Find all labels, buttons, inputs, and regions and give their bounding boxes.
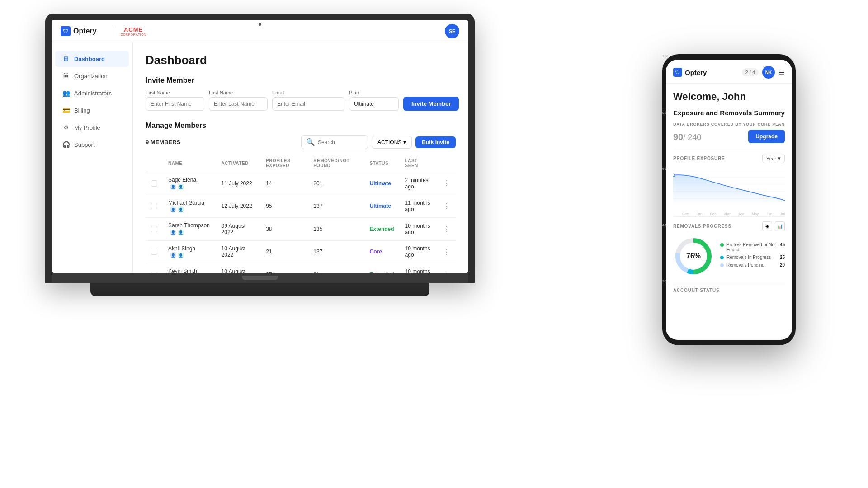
row-more[interactable]: ⋮: [438, 240, 456, 263]
row-removed: 135: [308, 218, 364, 241]
plan-select[interactable]: Ultimate Extended Core: [349, 97, 399, 111]
laptop-notch: [242, 276, 278, 280]
laptop-camera: [259, 23, 261, 26]
laptop-stand: [90, 283, 429, 296]
invite-section: Invite Member First Name Last Name: [146, 76, 456, 111]
x-label-dec: Dec: [682, 212, 689, 216]
col-name: NAME: [163, 155, 216, 172]
laptop-base: [52, 273, 468, 283]
row-checkbox[interactable]: [146, 195, 163, 218]
actions-label: ACTIONS: [377, 139, 401, 145]
phone-avatar[interactable]: NK: [762, 66, 775, 79]
row-removed: 91: [308, 263, 364, 273]
row-name: Akhil Singh 👤👤: [163, 240, 216, 263]
brokers-label: DATA BROKERS COVERED BY YOUR CORE PLAN: [673, 122, 785, 127]
sidebar: ⊞ Dashboard 🏛 Organization 👥 Administrat…: [52, 42, 133, 273]
user-icon-2: 👤: [178, 252, 184, 258]
chart-section: PROFILE EXPOSURE Year ▾ 100 80 60 40 20: [673, 154, 785, 209]
y-label-40: 40: [666, 223, 668, 227]
row-more[interactable]: ⋮: [438, 195, 456, 218]
menu-icon[interactable]: ☰: [778, 68, 785, 77]
chevron-down-icon: ▾: [778, 155, 781, 161]
first-name-group: First Name: [146, 90, 204, 111]
profile-icon: ⚙: [62, 124, 70, 131]
phone-content: Welcome, John Exposure and Removals Summ…: [666, 84, 792, 339]
members-table: NAME ACTIVATED PROFILES EXPOSED REMOVED/…: [146, 155, 456, 273]
year-select[interactable]: Year ▾: [762, 154, 785, 163]
row-checkbox[interactable]: [146, 263, 163, 273]
user-avatar[interactable]: SE: [445, 24, 459, 38]
row-more[interactable]: ⋮: [438, 172, 456, 195]
members-section: Manage Members 9 MEMBERS 🔍 ACTIONS: [146, 122, 456, 273]
summary-title: Exposure and Removals Summary: [673, 109, 785, 117]
user-icon: 👤: [170, 184, 176, 190]
sidebar-item-support[interactable]: 🎧 Support: [55, 136, 129, 153]
row-name: Sarah Thompson 👤👤: [163, 218, 216, 241]
manage-members-title: Manage Members: [146, 122, 456, 130]
removals-header: REMOVALS PROGRESS ◉ 📊: [673, 221, 785, 231]
chart-type-donut-icon[interactable]: ◉: [762, 221, 772, 231]
sidebar-item-billing[interactable]: 💳 Billing: [55, 102, 129, 118]
row-activated: 11 July 2022: [216, 172, 261, 195]
row-lastseen: 2 minutes ago: [400, 172, 438, 195]
row-checkbox[interactable]: [146, 172, 163, 195]
sidebar-item-organization[interactable]: 🏛 Organization: [55, 68, 129, 84]
removed-label: Profiles Removed or Not Found: [726, 242, 777, 252]
phone-outer: 🛡 Optery 2 / 4 NK ☰ Welcome, John Exposu…: [662, 54, 796, 345]
row-lastseen: 10 months ago: [400, 263, 438, 273]
donut-legend: Profiles Removed or Not Found 45 Removal…: [720, 242, 785, 270]
phone-header: 🛡 Optery 2 / 4 NK ☰: [666, 60, 792, 84]
pending-count: 20: [780, 263, 785, 267]
invite-section-title: Invite Member: [146, 76, 456, 84]
plan-label: Plan: [349, 90, 399, 95]
chart-type-bar-icon[interactable]: 📊: [775, 221, 785, 231]
row-more[interactable]: ⋮: [438, 263, 456, 273]
col-profiles: PROFILES EXPOSED: [260, 155, 308, 172]
first-name-input[interactable]: [146, 97, 204, 111]
x-label-mar: Mar: [724, 212, 731, 216]
email-input[interactable]: [272, 97, 344, 111]
col-actions: [438, 155, 456, 172]
row-more[interactable]: ⋮: [438, 218, 456, 241]
row-lastseen: 10 months ago: [400, 218, 438, 241]
acme-logo: ACME CORPORATION: [113, 26, 146, 36]
sidebar-label-dashboard: Dashboard: [74, 56, 105, 62]
row-activated: 09 August 2022: [216, 218, 261, 241]
sidebar-item-dashboard[interactable]: ⊞ Dashboard: [55, 51, 129, 67]
acme-name: ACME: [124, 26, 143, 33]
row-checkbox[interactable]: [146, 218, 163, 241]
user-icon: 👤: [170, 252, 176, 258]
col-activated: ACTIVATED: [216, 155, 261, 172]
sidebar-label-support: Support: [74, 141, 95, 148]
last-name-input[interactable]: [209, 97, 268, 111]
row-checkbox[interactable]: [146, 240, 163, 263]
x-label-jun: Jun: [766, 212, 772, 216]
table-header-row: NAME ACTIVATED PROFILES EXPOSED REMOVED/…: [146, 155, 456, 172]
row-activated: 10 August 2022: [216, 240, 261, 263]
phone-header-right: 2 / 4 NK ☰: [742, 66, 785, 79]
invite-form: First Name Last Name Email: [146, 90, 456, 111]
user-icon: 👤: [170, 206, 176, 213]
svg-point-5: [673, 174, 675, 177]
phone-screen: 🛡 Optery 2 / 4 NK ☰ Welcome, John Exposu…: [666, 60, 792, 340]
legend-item-removed: Profiles Removed or Not Found 45: [720, 242, 785, 252]
sidebar-item-myprofile[interactable]: ⚙ My Profile: [55, 119, 129, 136]
progress-count: 25: [780, 255, 785, 260]
x-label-may: May: [752, 212, 759, 216]
divider-1: [673, 149, 785, 149]
bulk-invite-button[interactable]: Bulk Invite: [415, 136, 456, 148]
members-count: 9 MEMBERS: [146, 139, 180, 145]
shield-icon: 🛡: [61, 26, 71, 36]
col-removed: REMOVED/NOT FOUND: [308, 155, 364, 172]
account-status-label: ACCOUNT STATUS: [673, 288, 785, 293]
row-status: Core: [364, 240, 400, 263]
row-status: Extended: [364, 263, 400, 273]
upgrade-button[interactable]: Upgrade: [748, 130, 785, 143]
row-lastseen: 11 months ago: [400, 195, 438, 218]
invite-member-button[interactable]: Invite Member: [403, 97, 459, 111]
row-activated: 10 August 2022: [216, 263, 261, 273]
actions-button[interactable]: ACTIONS ▾: [372, 136, 412, 149]
search-box: 🔍: [301, 135, 368, 149]
sidebar-item-administrators[interactable]: 👥 Administrators: [55, 85, 129, 101]
search-input[interactable]: [318, 139, 363, 145]
